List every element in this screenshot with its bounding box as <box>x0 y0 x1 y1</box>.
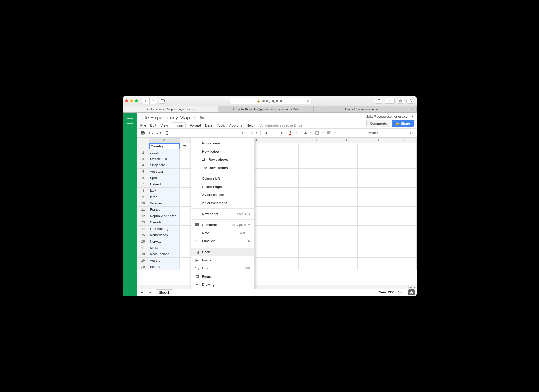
menu-view[interactable]: View <box>160 123 168 127</box>
back-button[interactable] <box>142 98 149 104</box>
menu-addons[interactable]: Add-ons <box>229 123 242 127</box>
sidebar-toggle-icon[interactable] <box>159 98 166 104</box>
scroll-left-icon[interactable]: ◀ <box>408 285 413 289</box>
menu-file[interactable]: File <box>140 123 146 127</box>
maximize-window[interactable] <box>135 99 138 102</box>
cell-A19[interactable]: Austria <box>149 258 180 264</box>
reload-icon[interactable]: ⟳ <box>307 99 309 103</box>
browser-tab-0[interactable]: Life Expectancy Map - Google Sheets <box>123 106 218 112</box>
forward-button[interactable] <box>149 98 157 104</box>
bookmark-star-icon[interactable]: ☆ <box>385 98 395 104</box>
menu-format[interactable]: Format <box>190 123 201 127</box>
menu-image[interactable]: Image... <box>191 256 254 264</box>
cell-A17[interactable]: Malta <box>149 245 180 251</box>
cell-A5[interactable]: Australia <box>149 169 180 175</box>
print-icon[interactable] <box>140 130 146 136</box>
cell-A1[interactable]: Country <box>149 143 180 149</box>
menu-184rows-below[interactable]: 184 Rows below <box>191 164 254 172</box>
menu-insert[interactable]: Insert <box>172 122 186 129</box>
cell-A14[interactable]: Luxembourg <box>149 226 180 232</box>
cell-A16[interactable]: Norway <box>149 238 180 245</box>
menu-link[interactable]: Link...⌘K <box>191 264 254 273</box>
menu-data[interactable]: Data <box>205 123 213 127</box>
folder-icon[interactable] <box>200 116 204 119</box>
col-header-I[interactable]: I <box>393 138 417 143</box>
redo-icon[interactable] <box>156 130 162 136</box>
tabs-overview-icon[interactable] <box>375 98 382 104</box>
menu-help[interactable]: Help <box>246 123 254 127</box>
browser-tab-1[interactable]: Inbox (408) - aleks@geoawesomeness.com -… <box>218 106 314 112</box>
menu-note[interactable]: NoteShift+F2 <box>191 229 254 237</box>
cell-A8[interactable]: Italy <box>149 188 180 194</box>
menu-edit[interactable]: Edit <box>150 123 156 127</box>
col-header-A[interactable]: A <box>149 138 180 143</box>
doc-title[interactable]: Life Expectancy Map <box>140 115 190 121</box>
sheets-brand-sidebar <box>123 113 137 296</box>
downloads-icon[interactable] <box>397 98 404 104</box>
sum-display[interactable]: Sum: 13045.7 ⇅ <box>377 290 404 295</box>
font-dropdown-arrow[interactable]: ▼ <box>241 131 244 134</box>
cell-A20[interactable]: Ireland <box>149 264 180 270</box>
paint-format-icon[interactable] <box>164 130 170 136</box>
scroll-right-icon[interactable]: ▶ <box>413 285 417 289</box>
fontsize-value[interactable]: 10 <box>249 131 252 135</box>
horizontal-scrollbar[interactable]: ◀ ▶ <box>137 285 417 289</box>
menu-col-left[interactable]: Column left <box>191 175 254 183</box>
sheet-tab[interactable]: Sheet1 <box>156 289 173 295</box>
menu-row-above[interactable]: Row above <box>191 139 254 147</box>
cell-A7[interactable]: Iceland <box>149 181 180 188</box>
cell-A3[interactable]: Switzerland <box>149 156 180 162</box>
new-tab-button[interactable]: + <box>409 106 417 112</box>
menu-tools[interactable]: Tools <box>217 123 225 127</box>
menu-row-below[interactable]: Row below <box>191 147 254 156</box>
add-sheet-icon[interactable]: + <box>139 290 145 295</box>
cell-A9[interactable]: Israel <box>149 194 180 200</box>
bold-icon[interactable]: B <box>263 130 269 136</box>
cell-A18[interactable]: New Zealand <box>149 251 180 258</box>
text-color-icon[interactable]: A <box>288 130 293 136</box>
all-sheets-icon[interactable]: ≡ <box>148 290 153 295</box>
minimize-window[interactable] <box>130 99 133 102</box>
menu-2cols-left[interactable]: 2 Columns left <box>191 191 254 199</box>
menu-function[interactable]: ΣFunction▶ <box>191 237 254 245</box>
merge-cells-icon[interactable] <box>326 130 332 136</box>
col-header-E[interactable]: E <box>271 138 302 143</box>
menu-new-sheet[interactable]: New sheetShift+F11 <box>191 210 254 218</box>
account-menu[interactable]: aleks@geoawesomeness.com ▼ <box>365 115 413 118</box>
collapse-toolbar-icon[interactable] <box>408 130 414 136</box>
menu-chart[interactable]: Chart... <box>191 248 254 256</box>
menu-form[interactable]: Form... <box>191 273 254 281</box>
close-window[interactable] <box>125 99 128 102</box>
cell-A10[interactable]: Sweden <box>149 200 180 207</box>
italic-icon[interactable]: I <box>271 130 277 136</box>
menu-184rows-above[interactable]: 184 Rows above <box>191 156 254 164</box>
share-button[interactable]: 🔒Share <box>392 120 413 127</box>
col-header-G[interactable]: G <box>332 138 363 143</box>
more-button[interactable]: More ▾ <box>368 131 378 135</box>
menu-col-right[interactable]: Column right <box>191 183 254 191</box>
address-bar[interactable]: 🔒 docs.google.com ⟳ <box>230 98 311 104</box>
fontsize-dropdown-arrow[interactable]: ▼ <box>255 131 258 134</box>
borders-icon[interactable] <box>314 130 320 136</box>
share-icon[interactable] <box>406 98 414 104</box>
col-header-F[interactable]: F <box>302 138 332 143</box>
menu-drawing[interactable]: Drawing... <box>191 281 254 289</box>
explore-icon[interactable] <box>408 289 415 295</box>
undo-icon[interactable] <box>148 130 154 136</box>
fill-color-icon[interactable] <box>302 130 308 136</box>
strikethrough-icon[interactable]: S <box>279 130 285 136</box>
menu-comment[interactable]: Comment⌘+Option+M <box>191 221 254 229</box>
cell-A15[interactable]: Netherlands <box>149 232 180 238</box>
cell-A4[interactable]: Singapore <box>149 162 180 169</box>
star-icon[interactable]: ☆ <box>192 115 197 121</box>
cell-A6[interactable]: Spain <box>149 175 180 181</box>
cell-A13[interactable]: Canada <box>149 219 180 226</box>
comments-button[interactable]: Comments <box>366 120 390 127</box>
cell-A2[interactable]: Japan <box>149 149 180 156</box>
cell-A12[interactable]: Republic of Korea <box>149 213 180 219</box>
browser-tab-2[interactable]: Home - Geoawesomeness <box>314 106 409 112</box>
spreadsheet-grid[interactable]: A B C D E F G H I 1CountryLife2Japan3Swi… <box>137 138 417 289</box>
menu-2cols-right[interactable]: 2 Columns right <box>191 199 254 207</box>
cell-A11[interactable]: France <box>149 207 180 213</box>
col-header-H[interactable]: H <box>363 138 393 143</box>
